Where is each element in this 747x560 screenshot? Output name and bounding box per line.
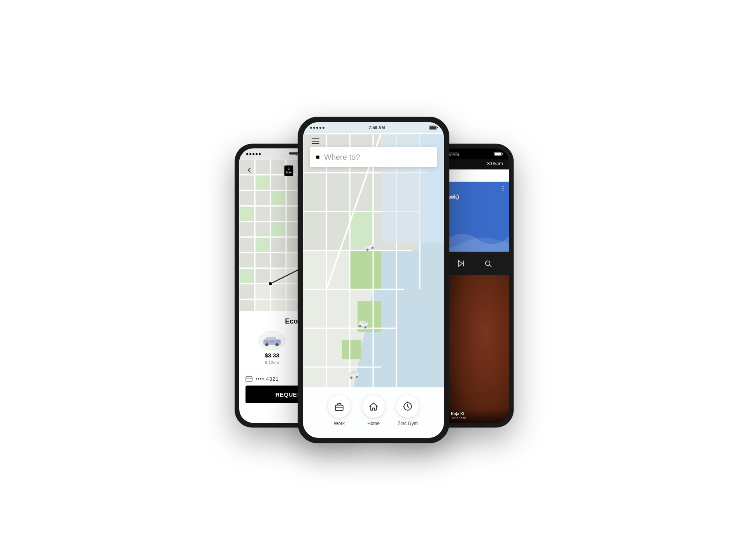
history-icon [403, 401, 413, 411]
svg-rect-78 [246, 376, 252, 381]
svg-rect-35 [271, 191, 285, 205]
home-icon [368, 401, 379, 411]
music-more-button[interactable] [502, 186, 503, 191]
home-icon-circle [362, 395, 385, 418]
svg-rect-19 [256, 160, 270, 174]
svg-rect-26 [240, 176, 254, 190]
phone-center-screen: 7:56 AM [303, 122, 444, 438]
hamburger-menu-button[interactable] [310, 137, 321, 145]
svg-point-66 [265, 343, 268, 346]
card-number: •••• 4321 [256, 376, 279, 382]
svg-point-141 [485, 261, 490, 266]
ride-price-1: $3.33 [265, 352, 279, 359]
center-time: 7:56 AM [369, 125, 385, 130]
nav-item-zinc-gym[interactable]: Zinc Gym [396, 395, 419, 426]
hamburger-line-3 [312, 143, 319, 144]
bottom-nav: Work Home [303, 387, 444, 438]
svg-rect-53 [271, 238, 285, 252]
svg-rect-52 [256, 238, 270, 252]
svg-rect-51 [240, 238, 254, 252]
briefcase-icon [334, 401, 344, 411]
food-right-overlay: Koja Ki Japanese [448, 409, 509, 423]
phone-center: 7:56 AM [298, 117, 449, 443]
svg-rect-68 [265, 340, 268, 343]
svg-rect-69 [269, 340, 275, 343]
minutes-badge: 2 MIN [284, 166, 293, 176]
ride-option-1[interactable]: $3.33 8:12am [245, 331, 298, 365]
svg-point-67 [275, 343, 279, 346]
work-label: Work [334, 421, 345, 426]
svg-marker-139 [458, 261, 462, 266]
work-icon-circle [328, 395, 351, 418]
svg-rect-70 [276, 340, 280, 343]
svg-line-142 [489, 265, 491, 267]
search-dot-icon [316, 156, 319, 159]
food-right-title: Koja Ki [451, 412, 506, 416]
svg-rect-107 [304, 212, 326, 250]
ride-time-1: 8:12am [265, 360, 279, 365]
svg-rect-47 [256, 222, 270, 236]
hamburger-line-1 [312, 138, 319, 139]
nav-item-home[interactable]: Home [362, 395, 385, 426]
svg-rect-102 [304, 173, 326, 211]
svg-rect-55 [240, 254, 254, 268]
svg-rect-20 [271, 160, 285, 174]
center-map-container: Where to? Work [303, 133, 444, 438]
svg-rect-82 [350, 250, 381, 289]
search-placeholder-text: Where to? [324, 153, 360, 162]
right-battery [494, 152, 502, 156]
svg-rect-83 [358, 301, 381, 332]
svg-rect-48 [271, 222, 285, 236]
svg-rect-57 [271, 254, 285, 268]
zinc-gym-label: Zinc Gym [398, 421, 417, 426]
zinc-gym-icon-circle [396, 395, 419, 418]
center-signal [310, 127, 324, 129]
svg-rect-56 [256, 254, 270, 268]
svg-rect-108 [327, 212, 349, 250]
svg-rect-34 [256, 191, 270, 205]
svg-rect-27 [256, 176, 270, 190]
back-button[interactable] [244, 165, 255, 176]
svg-rect-104 [351, 173, 372, 211]
svg-rect-60 [240, 285, 254, 299]
signal-dots [246, 153, 261, 155]
home-label: Home [367, 421, 380, 426]
search-bar[interactable]: Where to? [310, 147, 437, 167]
hamburger-line-2 [312, 141, 319, 142]
center-status-bar: 7:56 AM [303, 122, 444, 133]
svg-rect-46 [240, 222, 254, 236]
center-battery [429, 126, 437, 130]
nav-item-work[interactable]: Work [328, 395, 351, 426]
svg-rect-59 [256, 269, 270, 283]
svg-rect-84 [342, 340, 361, 359]
svg-point-62 [268, 282, 272, 286]
svg-rect-58 [240, 269, 254, 283]
food-image-right: Koja Ki Japanese [447, 275, 509, 423]
svg-rect-41 [256, 207, 270, 221]
search-button[interactable] [481, 257, 495, 271]
svg-rect-40 [240, 207, 254, 221]
svg-rect-28 [271, 176, 285, 190]
food-right-sub: Japanese [451, 416, 506, 420]
svg-rect-61 [240, 300, 254, 311]
svg-rect-42 [271, 207, 285, 221]
svg-rect-131 [335, 405, 343, 411]
svg-rect-103 [327, 173, 349, 211]
car-image-1 [258, 331, 286, 350]
phones-container: 7:56 AM [198, 47, 549, 513]
svg-rect-33 [240, 191, 254, 205]
card-icon [245, 376, 253, 382]
skip-button[interactable] [454, 257, 468, 271]
